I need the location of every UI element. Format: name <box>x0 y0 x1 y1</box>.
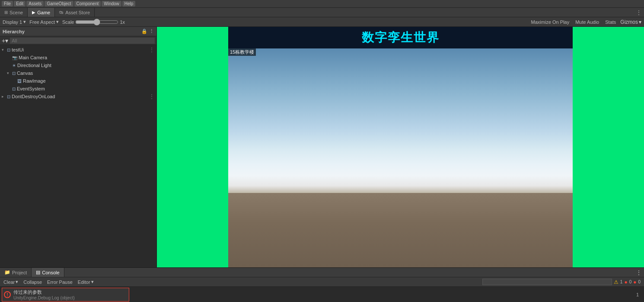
aspect-label: Free Aspect <box>29 19 55 25</box>
toolbar-window[interactable]: Window <box>102 1 121 6</box>
gizmos-button[interactable]: Gizmos ▾ <box>620 19 641 25</box>
green-panel-right <box>573 27 644 267</box>
hierarchy-search-input[interactable] <box>10 38 155 44</box>
asset-store-icon: 🛍 <box>59 10 64 15</box>
editor-chevron-icon: ▾ <box>91 279 94 285</box>
icon-dir-light: ☀ <box>12 63 16 68</box>
error-pause-button[interactable]: Error Pause <box>45 279 74 285</box>
editor-label: Editor <box>78 280 90 285</box>
game-canvas: 数字孪生世界 15栋教学楼 <box>157 27 644 267</box>
tab-scene[interactable]: ⊞ Scene <box>0 8 28 17</box>
hierarchy-tree: ▾ ⊡ testUi ⋮ 📷 Main Camera ☀ Directional… <box>0 45 156 267</box>
ground <box>228 193 573 267</box>
icon-main-camera: 📷 <box>12 55 17 60</box>
game-title-text: 数字孪生世界 <box>362 29 440 46</box>
label-event-system: EventSystem <box>17 86 156 91</box>
game-toolbar: Display 1 ▾ Free Aspect ▾ Scale 1x Maxim… <box>0 17 644 27</box>
project-icon: 📁 <box>4 270 10 275</box>
clear-label: Clear <box>3 280 15 285</box>
arrow-testui: ▾ <box>2 48 7 52</box>
arrow-canvas: ▾ <box>7 71 12 75</box>
menu-dont-destroy[interactable]: ⋮ <box>149 93 156 100</box>
log-error-icon: ! <box>4 291 11 298</box>
toolbar-file[interactable]: File <box>2 1 13 6</box>
stats-button[interactable]: Stats <box>603 19 618 25</box>
scale-control: Scale 1x <box>62 19 125 25</box>
log-entry[interactable]: ! 传过来的参数 UnityEngine.Debug:Log (object) <box>2 288 129 302</box>
menu-testui[interactable]: ⋮ <box>149 46 156 53</box>
console-search-input[interactable] <box>482 279 612 285</box>
aspect-chevron-icon: ▾ <box>56 19 59 25</box>
hierarchy-lock-icon[interactable]: 🔒 <box>141 29 147 34</box>
tree-item-canvas[interactable]: ▾ ⊡ Canvas <box>0 69 156 77</box>
toolbar-gameobject[interactable]: GameObject <box>45 1 73 6</box>
console-tab-bar: 📁 Project ▤ Console ⋮ <box>0 268 644 277</box>
error-b-count: 0 <box>638 280 641 284</box>
error-a-icon: ● <box>624 279 627 285</box>
game-view: 数字孪生世界 15栋教学楼 <box>157 27 644 267</box>
tab-asset-store-label: Asset Store <box>65 10 90 15</box>
gizmos-chevron-icon: ▾ <box>639 19 641 25</box>
hierarchy-menu-icon[interactable]: ⋮ <box>149 29 154 34</box>
warn-count: 1 <box>620 280 623 284</box>
icon-raw-image: 🖼 <box>17 79 22 84</box>
display-selector[interactable]: Display 1 ▾ <box>3 19 26 25</box>
tab-more-button[interactable]: ⋮ <box>634 8 644 17</box>
log-message: 传过来的参数 <box>13 289 75 296</box>
warn-icon: ⚠ <box>614 279 618 285</box>
scale-label: Scale <box>62 19 74 25</box>
log-count: 1 <box>636 292 642 297</box>
game-title-bar: 数字孪生世界 <box>228 27 573 48</box>
label-canvas: Canvas <box>17 71 156 76</box>
editor-button[interactable]: Editor ▾ <box>76 279 96 285</box>
tab-asset-store[interactable]: 🛍 Asset Store <box>55 8 95 17</box>
tab-project[interactable]: 📁 Project <box>0 268 32 277</box>
tab-game-label: Game <box>37 10 50 15</box>
tree-item-raw-image[interactable]: 🖼 RawImage <box>0 77 156 85</box>
tree-item-directional-light[interactable]: ☀ Directional Light <box>0 61 156 69</box>
error-a-count: 0 <box>629 280 632 284</box>
game-toolbar-right: Maximize On Play Mute Audio Stats Gizmos… <box>529 19 641 25</box>
icon-canvas: ⊡ <box>12 71 16 76</box>
error-b-icon: ● <box>633 279 636 285</box>
scale-slider[interactable] <box>75 19 118 25</box>
console-badges: ⚠ 1 ● 0 ● 0 <box>614 279 642 285</box>
tree-item-event-system[interactable]: ⊡ EventSystem <box>0 85 156 93</box>
label-dont-destroy: DontDestroyOnLoad <box>12 94 149 99</box>
hierarchy-search-bar: +▾ <box>0 36 156 45</box>
clear-chevron-icon: ▾ <box>16 279 18 285</box>
tree-item-testui[interactable]: ▾ ⊡ testUi ⋮ <box>0 46 156 54</box>
tab-console-label: Console <box>42 270 59 275</box>
mute-audio-button[interactable]: Mute Audio <box>574 19 601 25</box>
tab-game[interactable]: ▶ Game <box>28 8 55 17</box>
clear-button[interactable]: Clear ▾ <box>2 279 20 285</box>
tree-item-dont-destroy[interactable]: ▸ ⊡ DontDestroyOnLoad ⋮ <box>0 93 156 100</box>
content-area: Hierarchy 🔒 ⋮ +▾ ▾ ⊡ testUi ⋮ <box>0 27 644 267</box>
hierarchy-header: Hierarchy 🔒 ⋮ <box>0 27 156 36</box>
label-raw-image: RawImage <box>23 78 156 84</box>
tab-project-label: Project <box>12 270 27 275</box>
log-area: ! 传过来的参数 UnityEngine.Debug:Log (object) … <box>0 287 644 302</box>
hierarchy-title: Hierarchy <box>3 29 25 34</box>
collapse-button[interactable]: Collapse <box>22 279 44 285</box>
tab-console[interactable]: ▤ Console <box>32 268 64 277</box>
green-panel-left <box>157 27 228 267</box>
toolbar-assets[interactable]: Assets <box>26 1 44 6</box>
sky-gradient <box>228 48 573 193</box>
hierarchy-add-button[interactable]: +▾ <box>2 38 8 44</box>
hierarchy-panel: Hierarchy 🔒 ⋮ +▾ ▾ ⊡ testUi ⋮ <box>0 27 157 267</box>
console-tab-more[interactable]: ⋮ <box>634 268 644 277</box>
console-toolbar: Clear ▾ Collapse Error Pause Editor ▾ ⚠ … <box>0 277 644 287</box>
maximize-on-play-button[interactable]: Maximize On Play <box>529 19 571 25</box>
toolbar-edit[interactable]: Edit <box>14 1 26 6</box>
game-icon: ▶ <box>32 10 35 15</box>
top-toolbar: File Edit Assets GameObject Component Wi… <box>0 0 644 8</box>
label-dir-light: Directional Light <box>17 63 156 68</box>
hierarchy-header-right: 🔒 ⋮ <box>141 29 154 34</box>
bottom-area: 📁 Project ▤ Console ⋮ Clear ▾ Collapse E… <box>0 267 644 302</box>
toolbar-component[interactable]: Component <box>74 1 101 6</box>
tree-item-main-camera[interactable]: 📷 Main Camera <box>0 54 156 61</box>
toolbar-help[interactable]: Help <box>122 1 136 6</box>
aspect-selector[interactable]: Free Aspect ▾ <box>29 19 59 25</box>
tab-scene-label: Scene <box>10 10 23 15</box>
